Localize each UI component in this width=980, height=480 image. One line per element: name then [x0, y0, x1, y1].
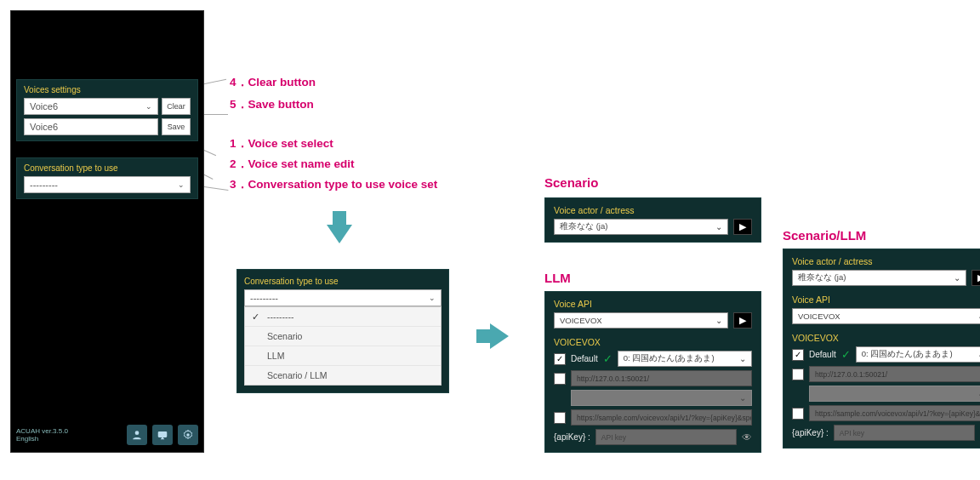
- option-scenario[interactable]: Scenario: [245, 327, 441, 346]
- default-label: Default: [809, 350, 836, 359]
- save-button[interactable]: Save: [162, 118, 191, 135]
- url2-checkbox[interactable]: [792, 408, 804, 420]
- apikey-label: {apiKey} :: [792, 428, 829, 437]
- conversation-type-open-value: ---------: [250, 293, 278, 303]
- play-button[interactable]: ▶: [733, 219, 752, 235]
- user-icon[interactable]: [127, 425, 147, 445]
- default-checkbox[interactable]: ✓: [792, 349, 804, 361]
- conversation-type-open-label: Conversation type to use: [244, 277, 442, 286]
- heading-scenario: Scenario: [544, 175, 598, 190]
- url1-extra-select[interactable]: ⌄: [809, 386, 980, 402]
- clear-button[interactable]: Clear: [162, 98, 191, 115]
- heading-llm: LLM: [544, 271, 571, 285]
- url1-checkbox[interactable]: [554, 373, 566, 385]
- option-llm[interactable]: LLM: [245, 346, 441, 366]
- voices-settings-label: Voices settings: [24, 85, 191, 94]
- voicevox-label: VOICEVOX: [554, 337, 752, 347]
- conversation-type-label: Conversation type to use: [24, 163, 191, 173]
- chevron-down-icon: ⌄: [739, 393, 746, 403]
- voice-set-name-input[interactable]: Voice6: [24, 118, 158, 135]
- voice-actor-label: Voice actor / actress: [792, 256, 980, 266]
- voice-actor-select[interactable]: 稚奈なな (ja) ⌄: [792, 270, 966, 286]
- speaker-select[interactable]: 0: 四国めたん(あまあま) ⌄: [618, 351, 752, 367]
- apikey-label: {apiKey} :: [554, 432, 590, 442]
- url1-checkbox[interactable]: [792, 369, 804, 380]
- play-button[interactable]: ▶: [971, 270, 980, 286]
- arrow-right-icon: [476, 323, 509, 349]
- voices-settings-panel: Voices settings Voice6 ⌄ Clear Voice6 Sa…: [16, 79, 198, 141]
- url2-input[interactable]: https://sample.com/voicevox/api/v1/?key=…: [809, 405, 980, 421]
- chevron-down-icon: ⌄: [954, 273, 960, 283]
- apikey-input[interactable]: API key: [834, 425, 975, 441]
- annotation-2: 2．Voice set name edit: [230, 157, 355, 172]
- chat-icon[interactable]: [152, 425, 173, 445]
- footer-language: English: [16, 435, 68, 443]
- voice-set-select[interactable]: Voice6 ⌄: [24, 98, 158, 115]
- chevron-down-icon: ⌄: [715, 316, 722, 325]
- option-scenario-llm[interactable]: Scenario / LLM: [245, 366, 441, 385]
- conversation-type-open-panel: Conversation type to use --------- ⌄ ---…: [236, 269, 449, 393]
- speaker-select[interactable]: 0: 四国めたん(あまあま) ⌄: [856, 346, 980, 363]
- url2-input[interactable]: https://sample.com/voicevox/api/v1/?key=…: [571, 409, 752, 426]
- check-green-icon: ✓: [841, 348, 851, 361]
- speaker-select-value: 0: 四国めたん(あまあま): [862, 349, 953, 360]
- annotation-1: 1．Voice set select: [230, 136, 333, 151]
- voice-actor-select[interactable]: 稚奈なな (ja) ⌄: [554, 219, 728, 235]
- voice-api-label: Voice API: [792, 294, 980, 305]
- footer-version: ACUAH ver.3.5.0: [16, 427, 68, 436]
- conversation-type-open-select[interactable]: --------- ⌄: [244, 289, 442, 306]
- play-button[interactable]: ▶: [733, 312, 752, 329]
- svg-rect-1: [158, 431, 168, 437]
- conversation-type-select[interactable]: --------- ⌄: [24, 176, 191, 193]
- conversation-type-panel: Conversation type to use --------- ⌄: [16, 157, 198, 199]
- chevron-down-icon: ⌄: [145, 102, 152, 111]
- voice-actor-value: 稚奈なな (ja): [560, 221, 607, 232]
- default-label: Default: [571, 354, 598, 363]
- voice-api-value: VOICEVOX: [560, 316, 602, 325]
- voice-api-select[interactable]: VOICEVOX ⌄: [792, 308, 980, 324]
- default-checkbox[interactable]: ✓: [554, 353, 566, 365]
- app-footer: ACUAH ver.3.5.0 English: [16, 427, 68, 443]
- app-shell: Voices settings Voice6 ⌄ Clear Voice6 Sa…: [10, 10, 204, 453]
- url1-extra-select[interactable]: ⌄: [571, 390, 752, 406]
- url2-checkbox[interactable]: [554, 412, 566, 424]
- conversation-type-value: ---------: [30, 180, 58, 190]
- svg-point-2: [186, 433, 190, 437]
- chevron-down-icon: ⌄: [739, 354, 746, 363]
- apikey-input[interactable]: API key: [595, 429, 737, 445]
- llm-panel: Voice API VOICEVOX ⌄ ▶ VOICEVOX ✓ Defaul…: [544, 291, 761, 453]
- voice-set-select-value: Voice6: [30, 101, 58, 111]
- option-none[interactable]: ---------: [245, 307, 441, 327]
- annotation-3: 3．Conversation type to use voice set: [230, 177, 437, 192]
- voice-api-value: VOICEVOX: [798, 311, 840, 321]
- chevron-down-icon: ⌄: [715, 222, 722, 231]
- voice-api-label: Voice API: [554, 299, 752, 309]
- arrow-down-icon: [327, 211, 352, 243]
- voice-api-select[interactable]: VOICEVOX ⌄: [554, 312, 728, 329]
- annotation-5: 5．Save button: [230, 97, 314, 112]
- scenario-llm-panel: Voice actor / actress 稚奈なな (ja) ⌄ ▶ Voic…: [783, 249, 980, 449]
- url1-input[interactable]: http://127.0.0.1:50021/: [809, 366, 980, 382]
- voice-actor-label: Voice actor / actress: [554, 205, 752, 215]
- svg-point-0: [135, 431, 140, 435]
- check-green-icon: ✓: [603, 352, 612, 365]
- voice-actor-value: 稚奈なな (ja): [798, 272, 846, 283]
- annotation-4: 4．Clear button: [230, 75, 316, 90]
- speaker-select-value: 0: 四国めたん(あまあま): [624, 353, 715, 364]
- gear-icon[interactable]: [178, 425, 198, 445]
- chevron-down-icon: ⌄: [429, 294, 436, 302]
- url1-input[interactable]: http://127.0.0.1:50021/: [571, 370, 752, 386]
- scenario-panel: Voice actor / actress 稚奈なな (ja) ⌄ ▶: [544, 197, 761, 243]
- chevron-down-icon: ⌄: [178, 180, 185, 189]
- eye-icon[interactable]: 👁: [742, 431, 752, 443]
- heading-scenario-llm: Scenario/LLM: [783, 228, 866, 243]
- voicevox-label: VOICEVOX: [792, 333, 980, 343]
- voice-set-name-value: Voice6: [30, 122, 58, 132]
